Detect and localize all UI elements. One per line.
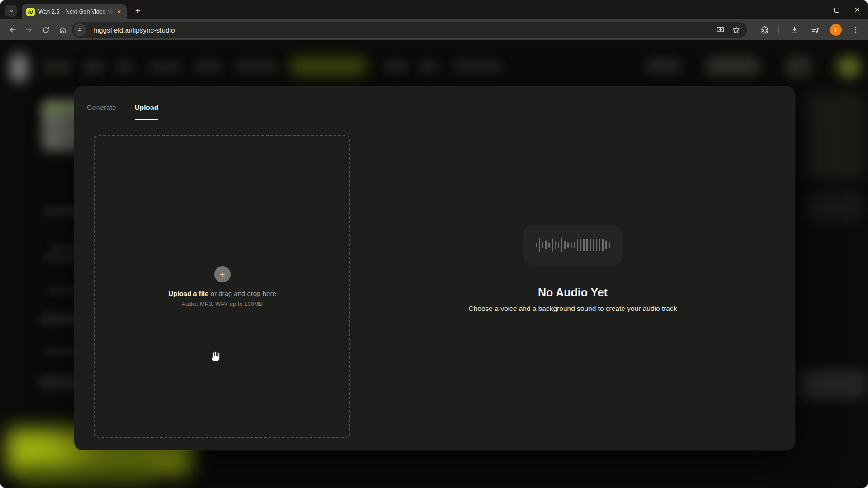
bookmark-star-icon[interactable] — [731, 25, 741, 35]
waveform-bar — [571, 242, 572, 248]
blurred-nav-item — [82, 60, 105, 74]
download-icon — [790, 25, 799, 35]
waveform-bar — [590, 239, 591, 251]
waveform-icon — [523, 225, 623, 265]
media-controls-button[interactable] — [808, 23, 822, 37]
home-icon — [58, 26, 67, 34]
browser-window: Wan 2.5 – Next-Gen Video Mod ✕ + – ✕ hig… — [0, 0, 868, 488]
install-app-icon[interactable] — [716, 25, 725, 35]
waveform-bar — [599, 239, 600, 251]
waveform-bar — [577, 239, 578, 251]
waveform-bar — [555, 241, 556, 249]
plus-icon[interactable]: + — [214, 266, 231, 282]
three-dots-icon — [852, 26, 860, 34]
waveform-bar — [580, 239, 581, 251]
page-background: Generate Upload + Upload a file or drag … — [0, 40, 868, 488]
waveform-bar — [539, 238, 540, 252]
waveform-bar — [536, 243, 537, 247]
tab-title: Wan 2.5 – Next-Gen Video Mod — [38, 9, 115, 15]
blurred-nav-item — [706, 56, 760, 75]
restore-button[interactable] — [826, 0, 847, 19]
extensions-puzzle-icon — [760, 25, 769, 35]
window-controls: – ✕ — [805, 0, 868, 19]
tune-icon — [76, 26, 84, 33]
restore-icon — [834, 8, 839, 13]
browser-toolbar: higgsfield.ai/lipsync-studio I — [0, 19, 868, 40]
blurred-logo — [9, 52, 28, 83]
omnibox-actions — [716, 22, 747, 38]
higgsfield-favicon-icon — [26, 8, 35, 16]
browser-tab[interactable]: Wan 2.5 – Next-Gen Video Mod ✕ — [22, 4, 127, 19]
tab-generate-label: Generate — [87, 103, 116, 111]
modal-tabs: Generate Upload — [87, 103, 158, 120]
blurred-nav-item — [785, 56, 812, 76]
blurred-nav-item — [646, 58, 681, 74]
waveform-bar — [605, 240, 607, 249]
waveform-bar — [558, 242, 559, 248]
empty-state-subtitle: Choose a voice and a background sound to… — [469, 305, 677, 313]
waveform-bar — [548, 242, 550, 248]
tab-search-button[interactable] — [5, 5, 17, 17]
tab-upload[interactable]: Upload — [135, 103, 159, 120]
titlebar: Wan 2.5 – Next-Gen Video Mod ✕ + – ✕ — [0, 0, 868, 19]
waveform-bar — [586, 239, 588, 251]
blurred-nav-item — [148, 61, 181, 74]
lipsync-audio-modal: Generate Upload + Upload a file or drag … — [74, 86, 795, 450]
waveform-bar — [583, 239, 585, 251]
extensions-button[interactable] — [758, 23, 771, 37]
forward-button[interactable] — [22, 23, 36, 37]
blurred-nav-highlight — [290, 57, 367, 75]
waveform-bar — [596, 239, 597, 251]
blurred-nav-item — [194, 60, 222, 74]
blurred-panel — [800, 370, 868, 399]
blurred-avatar — [837, 56, 861, 78]
waveform-bar — [552, 238, 553, 252]
chevron-down-icon — [8, 7, 15, 14]
tab-generate[interactable]: Generate — [87, 103, 116, 120]
active-tab-underline — [135, 119, 159, 120]
dropzone-cta-rest: or drag and drop here — [208, 290, 276, 297]
back-button[interactable] — [6, 23, 19, 37]
reload-icon — [42, 26, 50, 34]
audio-empty-state: No Audio Yet Choose a voice and a backgr… — [350, 86, 795, 450]
blurred-glow — [19, 465, 154, 485]
forward-arrow-icon — [24, 25, 33, 34]
downloads-button[interactable] — [788, 23, 801, 37]
waveform-bar — [567, 242, 569, 248]
blurred-panel — [809, 192, 862, 221]
url-text: higgsfield.ai/lipsync-studio — [94, 26, 175, 34]
waveform-bar — [574, 242, 575, 248]
blurred-nav-item — [42, 60, 72, 74]
waveform-bar — [561, 238, 562, 252]
blurred-nav-item — [114, 60, 135, 74]
waveform-bar — [564, 241, 566, 249]
waveform-bar — [542, 242, 543, 248]
minimize-button[interactable]: – — [805, 0, 826, 19]
waveform-bar — [609, 242, 610, 248]
profile-avatar[interactable]: I — [830, 24, 842, 36]
close-button[interactable]: ✕ — [847, 0, 868, 19]
playlist-music-icon — [811, 25, 820, 35]
url-bar[interactable]: higgsfield.ai/lipsync-studio — [72, 22, 747, 38]
hand-cursor — [209, 350, 222, 362]
blurred-nav-item — [453, 59, 502, 74]
dropzone-cta: Upload a file or drag and drop here — [168, 290, 276, 297]
toolbar-separator — [778, 25, 779, 34]
waveform-bar — [593, 239, 594, 251]
site-info-button[interactable] — [74, 23, 86, 36]
empty-state-title: No Audio Yet — [538, 286, 608, 299]
new-tab-button[interactable]: + — [132, 5, 144, 17]
blurred-panel — [806, 93, 865, 179]
browser-menu-button[interactable] — [849, 23, 863, 37]
dropzone-cta-bold: Upload a file — [168, 290, 208, 297]
blurred-nav-item — [417, 60, 440, 74]
reload-button[interactable] — [39, 23, 52, 37]
blurred-nav-item — [235, 59, 278, 74]
waveform-bar — [602, 239, 604, 251]
dropzone-hint: Audio: MP3, WAV up to 100MB — [182, 300, 263, 307]
blurred-nav-item — [383, 60, 409, 74]
tab-close-icon[interactable]: ✕ — [115, 8, 123, 16]
home-button[interactable] — [56, 23, 69, 37]
audio-dropzone[interactable]: + Upload a file or drag and drop here Au… — [94, 135, 350, 438]
tab-upload-label: Upload — [135, 103, 159, 111]
